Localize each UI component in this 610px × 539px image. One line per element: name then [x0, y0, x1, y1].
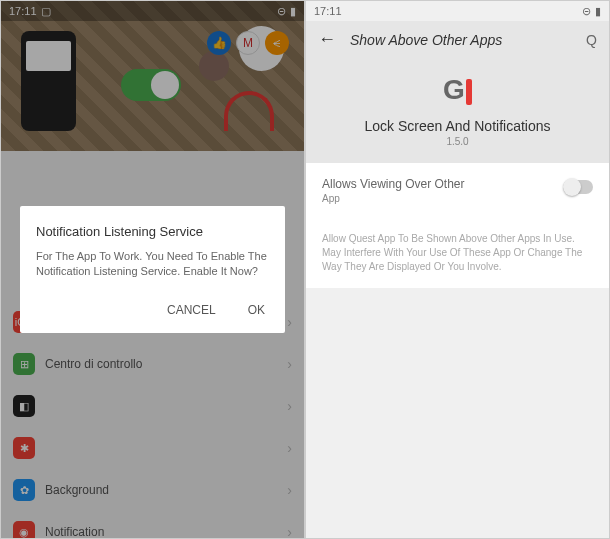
dialog-actions: CANCEL OK	[36, 295, 269, 325]
search-icon[interactable]: Q	[586, 32, 597, 48]
back-arrow-icon[interactable]: ←	[318, 29, 336, 50]
overlay-toggle-switch[interactable]	[563, 180, 593, 194]
status-time: 17:11	[314, 5, 342, 17]
app-name: Lock Screen And Notifications	[306, 118, 609, 134]
right-phone-screenshot: 17:11 ⊝ ▮ ← Show Above Other Apps Q G Lo…	[305, 0, 610, 539]
setting-title: Allows Viewing Over Other	[322, 177, 563, 191]
left-phone-screenshot: 17:11 ▢ ⊝ ▮ 👍 M ⪪ iOS IOS Launcher › ⊞ C…	[0, 0, 305, 539]
app-header: ← Show Above Other Apps Q	[306, 21, 609, 58]
app-version: 1.5.0	[306, 136, 609, 147]
setting-subtitle: App	[322, 193, 563, 204]
wifi-icon: ⊝	[582, 5, 591, 18]
app-icon: G	[438, 70, 478, 110]
notification-service-dialog: Notification Listening Service For The A…	[20, 206, 285, 334]
battery-icon: ▮	[595, 5, 601, 18]
app-info-section: G Lock Screen And Notifications 1.5.0	[306, 58, 609, 163]
status-bar: 17:11 ⊝ ▮	[306, 1, 609, 21]
ok-button[interactable]: OK	[244, 295, 269, 325]
dialog-title: Notification Listening Service	[36, 224, 269, 239]
modal-overlay: Notification Listening Service For The A…	[1, 1, 304, 538]
dialog-body: For The App To Work. You Need To Enable …	[36, 249, 269, 280]
header-title: Show Above Other Apps	[350, 32, 572, 48]
cancel-button[interactable]: CANCEL	[163, 295, 220, 325]
overlay-permission-row[interactable]: Allows Viewing Over Other App	[306, 163, 609, 218]
permission-description: Allow Quest App To Be Shown Above Other …	[306, 218, 609, 288]
